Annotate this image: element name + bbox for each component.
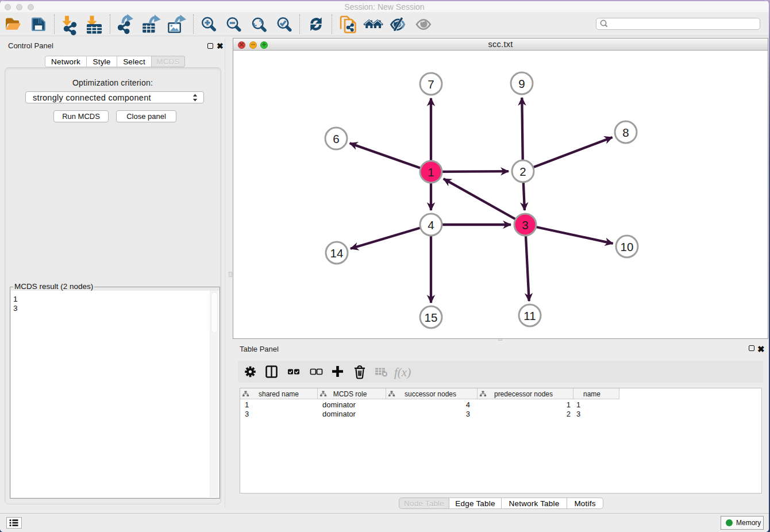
svg-text:7: 7 bbox=[428, 78, 434, 91]
svg-text:1: 1 bbox=[428, 165, 434, 179]
svg-text:6: 6 bbox=[333, 132, 339, 145]
svg-text:2: 2 bbox=[519, 165, 526, 178]
svg-text:14: 14 bbox=[330, 246, 344, 260]
svg-text:f(x): f(x) bbox=[394, 365, 411, 379]
svg-text:15: 15 bbox=[425, 311, 438, 324]
svg-text:9: 9 bbox=[518, 77, 525, 90]
svg-text:8: 8 bbox=[622, 126, 629, 139]
svg-text:10: 10 bbox=[621, 240, 634, 253]
svg-text:Memory: Memory bbox=[736, 519, 761, 527]
svg-text:11: 11 bbox=[523, 309, 536, 322]
svg-text:4: 4 bbox=[428, 218, 434, 232]
svg-text:3: 3 bbox=[522, 218, 528, 232]
